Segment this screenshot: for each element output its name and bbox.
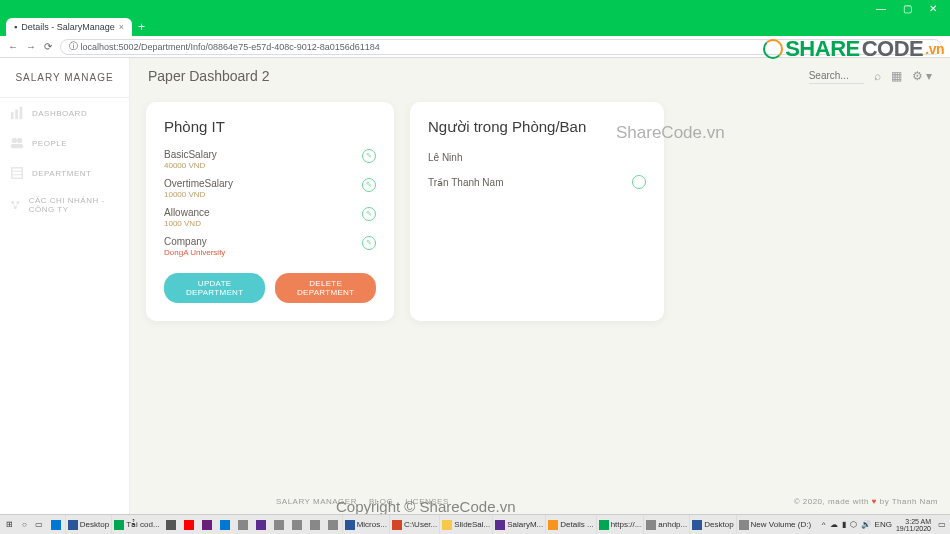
browser-tab[interactable]: ▪ Details - SalaryManage ×	[6, 18, 132, 36]
task-item[interactable]: Desktop	[689, 515, 735, 534]
tray-time: 3:25 AM	[905, 518, 931, 525]
field-value: 1000 VND	[164, 219, 210, 228]
nav-forward-icon[interactable]: →	[26, 41, 36, 52]
task-pinned-icon[interactable]	[198, 515, 216, 534]
nav-back-icon[interactable]: ←	[8, 41, 18, 52]
task-pinned-icon[interactable]	[288, 515, 306, 534]
new-tab-button[interactable]: +	[138, 20, 145, 36]
logo-text-2: CODE	[862, 36, 924, 62]
update-department-button[interactable]: UPDATE DEPARTMENT	[164, 273, 265, 303]
task-item[interactable]: New Volume (D:)	[736, 515, 813, 534]
delete-department-button[interactable]: DELETE DEPARTMENT	[275, 273, 376, 303]
field-basic-salary: BasicSalary 40000 VND ✎	[164, 145, 376, 174]
task-item[interactable]: anhdp...	[643, 515, 689, 534]
logo-text-1: SHARE	[785, 36, 860, 62]
svg-rect-2	[20, 107, 23, 119]
edit-icon[interactable]: ✎	[362, 207, 376, 221]
tray-date: 19/11/2020	[896, 525, 931, 532]
task-item[interactable]: Tải cod...	[111, 515, 161, 534]
field-label: BasicSalary	[164, 149, 217, 160]
tray-icon[interactable]: ▮	[842, 520, 846, 529]
task-search-icon[interactable]: ○	[18, 515, 31, 534]
field-allowance: Allowance 1000 VND ✎	[164, 203, 376, 232]
tray-volume-icon[interactable]: 🔊	[861, 520, 871, 529]
task-item[interactable]: https://...	[596, 515, 644, 534]
task-pinned-icon[interactable]	[47, 515, 65, 534]
nav-reload-icon[interactable]: ⟳	[44, 41, 52, 52]
tray-lang[interactable]: ENG	[875, 520, 892, 529]
window-titlebar: — ▢ ✕	[0, 0, 950, 16]
sidebar-item-people[interactable]: PEOPLE	[0, 128, 129, 158]
footer: SALARY MANAGER BLOG LICENSES © 2020, mad…	[276, 497, 938, 506]
tray-network-icon[interactable]: ⬡	[850, 520, 857, 529]
task-pinned-icon[interactable]	[270, 515, 288, 534]
copyright-prefix: © 2020, made with	[794, 497, 872, 506]
edit-icon[interactable]: ✎	[362, 178, 376, 192]
tray-notification-icon[interactable]: ▭	[938, 520, 946, 529]
main-content: Paper Dashboard 2 ⌕ ▦ ⚙ ▾ Phòng IT Basic…	[130, 58, 950, 514]
dashboard-icon	[10, 106, 24, 120]
field-left: BasicSalary 40000 VND	[164, 149, 217, 170]
sidebar: SALARY MANAGE DASHBOARD PEOPLE DEPARTMEN…	[0, 58, 130, 514]
footer-link[interactable]: SALARY MANAGER	[276, 497, 357, 506]
task-pinned-icon[interactable]	[252, 515, 270, 534]
footer-link[interactable]: BLOG	[369, 497, 393, 506]
task-item[interactable]: Details ...	[545, 515, 595, 534]
person-name: Lê Ninh	[428, 152, 462, 163]
person-row: Trần Thanh Nam	[428, 169, 646, 195]
department-title: Phòng IT	[164, 118, 376, 135]
url-text: localhost:5002/Department/Info/08864e75-…	[81, 42, 380, 52]
task-pinned-icon[interactable]	[216, 515, 234, 534]
field-value: 10000 VND	[164, 190, 233, 199]
edit-icon[interactable]: ✎	[362, 149, 376, 163]
department-card: Phòng IT BasicSalary 40000 VND ✎ Overtim…	[146, 102, 394, 321]
task-pinned-icon[interactable]	[324, 515, 342, 534]
field-value: DongA University	[164, 248, 225, 257]
task-item[interactable]: Desktop	[65, 515, 111, 534]
header-right: ⌕ ▦ ⚙ ▾	[809, 68, 932, 84]
tray-clock[interactable]: 3:25 AM 19/11/2020	[896, 518, 934, 532]
window-close-button[interactable]: ✕	[920, 0, 946, 16]
field-left: Company DongA University	[164, 236, 225, 257]
tray-chevron-icon[interactable]: ^	[822, 520, 826, 529]
app-container: SALARY MANAGE DASHBOARD PEOPLE DEPARTMEN…	[0, 58, 950, 514]
field-label: OvertimeSalary	[164, 178, 233, 189]
edit-icon[interactable]: ✎	[362, 236, 376, 250]
sidebar-item-branch[interactable]: CÁC CHI NHÁNH - CÔNG TY	[0, 188, 129, 222]
windows-taskbar: ⊞ ○ ▭ Desktop Tải cod... Micros... C:\Us…	[0, 514, 950, 534]
people-card: Người trong Phòng/Ban Lê Ninh Trần Thanh…	[410, 102, 664, 321]
field-value: 40000 VND	[164, 161, 217, 170]
footer-link[interactable]: LICENSES	[405, 497, 449, 506]
people-title: Người trong Phòng/Ban	[428, 118, 646, 136]
task-view-icon[interactable]: ▭	[31, 515, 47, 534]
task-item[interactable]: SlideSal...	[439, 515, 492, 534]
window-minimize-button[interactable]: —	[868, 0, 894, 16]
browser-tabbar: ▪ Details - SalaryManage × +	[0, 16, 950, 36]
gear-icon[interactable]: ⚙ ▾	[912, 69, 932, 83]
logo-vn: .vn	[925, 41, 944, 57]
start-button[interactable]: ⊞	[0, 520, 18, 529]
field-left: Allowance 1000 VND	[164, 207, 210, 228]
task-pinned-icon[interactable]	[234, 515, 252, 534]
sidebar-item-dashboard[interactable]: DASHBOARD	[0, 98, 129, 128]
task-pinned-icon[interactable]	[162, 515, 180, 534]
svg-point-4	[17, 138, 22, 143]
task-item[interactable]: C:\User...	[389, 515, 439, 534]
window-maximize-button[interactable]: ▢	[894, 0, 920, 16]
page-title: Paper Dashboard 2	[148, 68, 269, 84]
task-item[interactable]: SalaryM...	[492, 515, 545, 534]
task-pinned-icon[interactable]	[306, 515, 324, 534]
status-circle-icon[interactable]	[632, 175, 646, 189]
tab-close-icon[interactable]: ×	[119, 22, 124, 32]
field-label: Company	[164, 236, 225, 247]
sidebar-item-department[interactable]: DEPARTMENT	[0, 158, 129, 188]
task-pinned-icon[interactable]	[180, 515, 198, 534]
field-company: Company DongA University ✎	[164, 232, 376, 261]
field-label: Allowance	[164, 207, 210, 218]
grid-icon[interactable]: ▦	[891, 69, 902, 83]
task-item[interactable]: Micros...	[342, 515, 389, 534]
tray-icon[interactable]: ☁	[830, 520, 838, 529]
search-icon[interactable]: ⌕	[874, 69, 881, 83]
svg-rect-6	[12, 168, 23, 179]
search-input[interactable]	[809, 68, 864, 84]
